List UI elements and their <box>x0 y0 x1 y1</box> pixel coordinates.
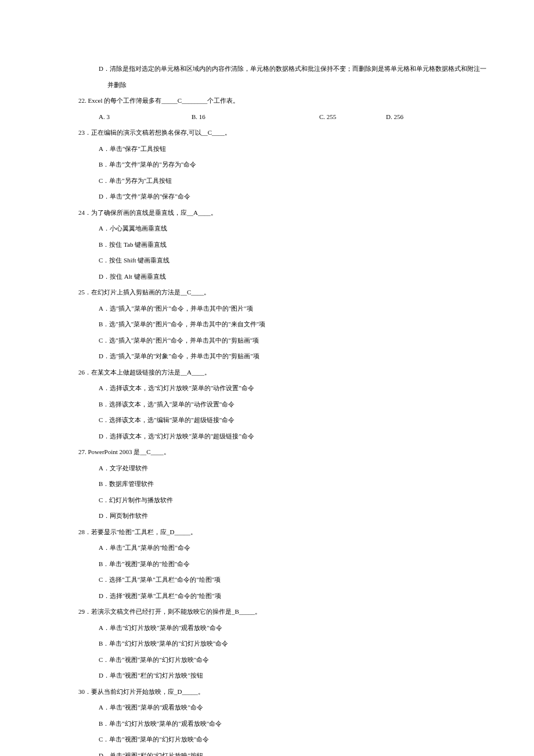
q27-option-b: B．数据库管理软件 <box>78 479 499 489</box>
q26-stem: 26．在某文本上做超级链接的方法是__A____。 <box>78 368 499 377</box>
q22-option-a: A. 3 <box>99 112 192 122</box>
q22-option-d: D. 256 <box>386 112 403 122</box>
q30-option-d: D．单击"视图"栏的"幻灯片放映"按钮 <box>78 751 499 757</box>
q30-option-b: B．单击"幻灯片放映"菜单的"观看放映"命令 <box>78 719 499 729</box>
q28-option-c: C．选择"工具"菜单"工具栏"命令的"绘图"项 <box>78 575 499 585</box>
q25-option-a: A．选"插入"菜单的"图片"命令，并单击其中的"图片"项 <box>78 304 499 314</box>
q29-option-b: B．单击"幻灯片放映"菜单的"幻灯片放映"命令 <box>78 639 499 649</box>
q25-option-d: D．选"插入"菜单的"对象"命令，并单击其中的"剪贴画"项 <box>78 351 499 361</box>
q26-option-a: A．选择该文本，选"幻灯片放映"菜单的"动作设置"命令 <box>78 383 499 393</box>
q30-stem: 30．要从当前幻灯片开始放映，应_D_____。 <box>78 687 499 697</box>
exam-page: D．清除是指对选定的单元格和区域内的内容作清除，单元格的数据格式和批注保持不变；… <box>0 64 534 756</box>
q23-stem: 23．正在编辑的演示文稿若想换名保存,可以__C____。 <box>78 128 499 138</box>
q27-option-c: C．幻灯片制作与播放软件 <box>78 495 499 505</box>
q25-option-b: B．选"插入"菜单的"图片"命令，并单击其中的"来自文件"项 <box>78 319 499 329</box>
q21-option-d-cont: 并删除 <box>78 80 499 90</box>
q30-option-a: A．单击"视图"菜单的"观看放映"命令 <box>78 703 499 712</box>
q22-options: A. 3 B. 16 C. 255 D. 256 <box>78 112 499 122</box>
q28-option-a: A．单击"工具"菜单的"绘图"命令 <box>78 543 499 553</box>
q24-option-d: D．按住 Alt 键画垂直线 <box>78 272 499 282</box>
q23-option-b: B．单击"文件"菜单的"另存为"命令 <box>78 160 499 170</box>
q26-option-d: D．选择该文本，选"幻灯片放映"菜单的"超级链接"命令 <box>78 431 499 441</box>
q22-option-c: C. 255 <box>319 112 386 122</box>
q24-option-c: C．按住 Shift 键画垂直线 <box>78 255 499 265</box>
q27-stem: 27. PowerPoint 2003 是__C____。 <box>78 447 499 457</box>
q22-stem: 22. Excel 的每个工作簿最多有_____C________个工作表。 <box>78 96 499 106</box>
q27-option-a: A．文字处理软件 <box>78 463 499 473</box>
q28-stem: 28．若要显示"绘图"工具栏，应_D_____。 <box>78 527 499 537</box>
q21-option-d: D．清除是指对选定的单元格和区域内的内容作清除，单元格的数据格式和批注保持不变；… <box>78 64 499 74</box>
q22-option-b: B. 16 <box>192 112 319 122</box>
q28-option-d: D．选择"视图"菜单"工具栏"命令的"绘图"项 <box>78 591 499 601</box>
q24-stem: 24．为了确保所画的直线是垂直线，应__A____。 <box>78 208 499 218</box>
q25-stem: 25．在幻灯片上插入剪贴画的方法是__C____。 <box>78 287 499 297</box>
q25-option-c: C．选"插入"菜单的"图片"命令，并单击其中的"剪贴画"项 <box>78 336 499 345</box>
q24-option-b: B．按住 Tab 键画垂直线 <box>78 240 499 250</box>
q24-option-a: A．小心翼翼地画垂直线 <box>78 224 499 233</box>
q29-stem: 29．若演示文稿文件已经打开，则不能放映它的操作是_B_____。 <box>78 607 499 617</box>
q26-option-b: B．选择该文本，选"插入"菜单的"动作设置"命令 <box>78 399 499 409</box>
q27-option-d: D．网页制作软件 <box>78 511 499 521</box>
q29-option-c: C．单击"视图"菜单的"幻灯片放映"命令 <box>78 655 499 665</box>
q23-option-d: D．单击"文件"菜单的"保存"命令 <box>78 192 499 201</box>
q29-option-a: A．单击"幻灯片放映"菜单的"观看放映"命令 <box>78 623 499 633</box>
q30-option-c: C．单击"视图"菜单的"幻灯片放映"命令 <box>78 735 499 744</box>
q28-option-b: B．单击"视图"菜单的"绘图"命令 <box>78 559 499 569</box>
q23-option-c: C．单击"另存为"工具按钮 <box>78 176 499 186</box>
q29-option-d: D．单击"视图"栏的"幻灯片放映"按钮 <box>78 671 499 681</box>
q23-option-a: A．单击"保存"工具按钮 <box>78 144 499 154</box>
q26-option-c: C．选择该文本，选"编辑"菜单的"超级链接"命令 <box>78 415 499 425</box>
